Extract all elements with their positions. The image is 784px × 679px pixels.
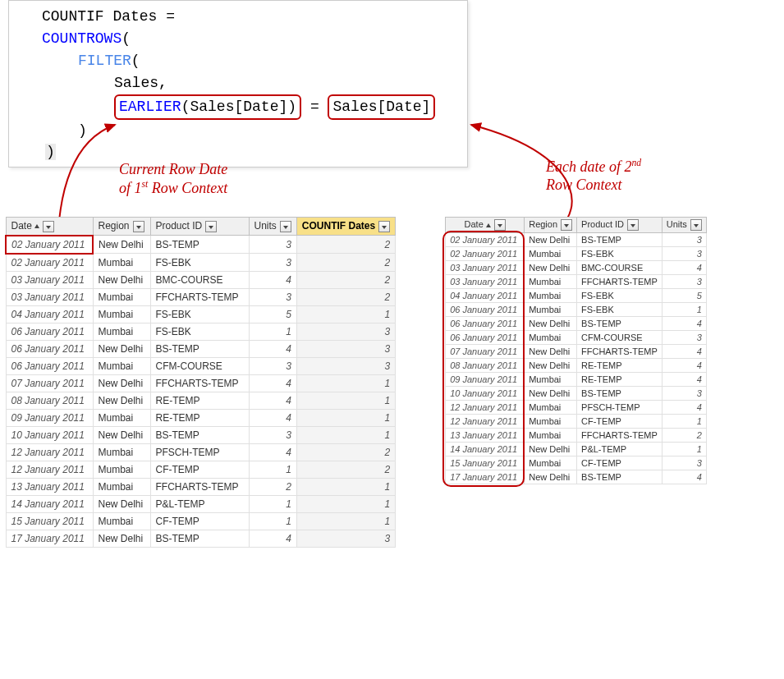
cell-date[interactable]: 13 January 2011 bbox=[446, 429, 525, 443]
cell-product[interactable]: FFCHARTS-TEMP bbox=[577, 345, 663, 359]
cell-date[interactable]: 12 January 2011 bbox=[446, 415, 525, 429]
table-row[interactable]: 02 January 2011MumbaiFS-EBK3 bbox=[446, 247, 707, 261]
cell-region[interactable]: Mumbai bbox=[525, 415, 577, 429]
table-row[interactable]: 03 January 2011New DelhiBMC-COURSE42 bbox=[6, 271, 396, 288]
cell-product[interactable]: RE-TEMP bbox=[150, 409, 249, 426]
cell-units[interactable]: 1 bbox=[249, 323, 296, 340]
cell-units[interactable]: 2 bbox=[662, 429, 706, 443]
cell-date[interactable]: 02 January 2011 bbox=[6, 254, 93, 272]
cell-product[interactable]: CFM-COURSE bbox=[150, 357, 249, 374]
cell-units[interactable]: 3 bbox=[662, 456, 706, 470]
cell-region[interactable]: Mumbai bbox=[93, 305, 150, 323]
cell-product[interactable]: CF-TEMP bbox=[150, 512, 249, 530]
cell-date[interactable]: 08 January 2011 bbox=[6, 392, 93, 409]
cell-product[interactable]: BS-TEMP bbox=[150, 426, 249, 443]
cell-date[interactable]: 12 January 2011 bbox=[446, 401, 525, 415]
cell-region[interactable]: Mumbai bbox=[93, 323, 150, 340]
cell-product[interactable]: FS-EBK bbox=[577, 289, 663, 303]
cell-product[interactable]: FFCHARTS-TEMP bbox=[577, 429, 663, 443]
cell-product[interactable]: CF-TEMP bbox=[577, 456, 663, 470]
cell-region[interactable]: Mumbai bbox=[93, 357, 150, 374]
cell-region[interactable]: New Delhi bbox=[93, 271, 150, 288]
table-row[interactable]: 12 January 2011MumbaiPFSCH-TEMP42 bbox=[6, 443, 396, 461]
cell-countif[interactable]: 2 bbox=[296, 254, 395, 272]
cell-region[interactable]: Mumbai bbox=[525, 373, 577, 387]
cell-date[interactable]: 03 January 2011 bbox=[6, 288, 93, 305]
table-row[interactable]: 09 January 2011MumbaiRE-TEMP41 bbox=[6, 409, 396, 426]
table-row[interactable]: 04 January 2011MumbaiFS-EBK5 bbox=[446, 289, 707, 303]
cell-product[interactable]: BS-TEMP bbox=[150, 236, 249, 254]
cell-countif[interactable]: 3 bbox=[296, 323, 395, 340]
cell-units[interactable]: 1 bbox=[249, 512, 296, 530]
cell-units[interactable]: 1 bbox=[249, 461, 296, 478]
cell-region[interactable]: Mumbai bbox=[93, 288, 150, 305]
cell-product[interactable]: FS-EBK bbox=[577, 247, 663, 261]
cell-product[interactable]: CF-TEMP bbox=[577, 415, 663, 429]
cell-product[interactable]: RE-TEMP bbox=[577, 359, 663, 373]
cell-region[interactable]: New Delhi bbox=[525, 359, 577, 373]
cell-units[interactable]: 4 bbox=[249, 340, 296, 357]
table-row[interactable]: 03 January 2011MumbaiFFCHARTS-TEMP3 bbox=[446, 275, 707, 289]
cell-region[interactable]: Mumbai bbox=[525, 303, 577, 317]
table-row[interactable]: 17 January 2011New DelhiBS-TEMP4 bbox=[446, 470, 707, 484]
table-row[interactable]: 02 January 2011New DelhiBS-TEMP32 bbox=[6, 236, 396, 254]
cell-units[interactable]: 3 bbox=[249, 254, 296, 272]
cell-countif[interactable]: 1 bbox=[296, 495, 395, 512]
cell-units[interactable]: 4 bbox=[662, 401, 706, 415]
cell-units[interactable]: 4 bbox=[249, 443, 296, 461]
cell-date[interactable]: 03 January 2011 bbox=[446, 261, 525, 275]
cell-units[interactable]: 5 bbox=[662, 289, 706, 303]
cell-countif[interactable]: 2 bbox=[296, 288, 395, 305]
cell-date[interactable]: 04 January 2011 bbox=[446, 289, 525, 303]
table-row[interactable]: 10 January 2011New DelhiBS-TEMP31 bbox=[6, 426, 396, 443]
cell-date[interactable]: 06 January 2011 bbox=[446, 331, 525, 345]
rh-date[interactable]: Date bbox=[446, 218, 525, 233]
cell-units[interactable]: 3 bbox=[662, 233, 706, 247]
cell-region[interactable]: New Delhi bbox=[525, 345, 577, 359]
table-row[interactable]: 15 January 2011MumbaiCF-TEMP3 bbox=[446, 456, 707, 470]
cell-units[interactable]: 4 bbox=[249, 271, 296, 288]
cell-date[interactable]: 02 January 2011 bbox=[446, 247, 525, 261]
lh-date[interactable]: Date bbox=[6, 218, 93, 236]
lh-product[interactable]: Product ID bbox=[150, 218, 249, 236]
cell-product[interactable]: FS-EBK bbox=[150, 254, 249, 272]
cell-units[interactable]: 4 bbox=[662, 470, 706, 484]
cell-units[interactable]: 4 bbox=[249, 409, 296, 426]
table-row[interactable]: 07 January 2011New DelhiFFCHARTS-TEMP4 bbox=[446, 345, 707, 359]
cell-product[interactable]: PFSCH-TEMP bbox=[150, 443, 249, 461]
cell-product[interactable]: BS-TEMP bbox=[150, 340, 249, 357]
cell-units[interactable]: 3 bbox=[662, 387, 706, 401]
cell-units[interactable]: 3 bbox=[662, 275, 706, 289]
table-row[interactable]: 12 January 2011MumbaiPFSCH-TEMP4 bbox=[446, 401, 707, 415]
table-row[interactable]: 09 January 2011MumbaiRE-TEMP4 bbox=[446, 373, 707, 387]
table-row[interactable]: 07 January 2011New DelhiFFCHARTS-TEMP41 bbox=[6, 374, 396, 392]
cell-product[interactable]: FFCHARTS-TEMP bbox=[150, 288, 249, 305]
filter-icon[interactable] bbox=[133, 221, 144, 232]
cell-units[interactable]: 1 bbox=[662, 443, 706, 456]
table-row[interactable]: 08 January 2011New DelhiRE-TEMP41 bbox=[6, 392, 396, 409]
table-row[interactable]: 02 January 2011New DelhiBS-TEMP3 bbox=[446, 233, 707, 247]
cell-units[interactable]: 4 bbox=[249, 530, 296, 547]
cell-units[interactable]: 1 bbox=[249, 495, 296, 512]
cell-units[interactable]: 4 bbox=[662, 373, 706, 387]
filter-icon[interactable] bbox=[280, 221, 291, 232]
cell-units[interactable]: 4 bbox=[249, 374, 296, 392]
rh-units[interactable]: Units bbox=[662, 218, 706, 233]
cell-region[interactable]: Mumbai bbox=[525, 289, 577, 303]
cell-product[interactable]: FFCHARTS-TEMP bbox=[150, 478, 249, 495]
cell-date[interactable]: 03 January 2011 bbox=[446, 275, 525, 289]
filter-icon[interactable] bbox=[561, 219, 572, 231]
cell-region[interactable]: Mumbai bbox=[93, 478, 150, 495]
cell-countif[interactable]: 2 bbox=[296, 461, 395, 478]
cell-countif[interactable]: 1 bbox=[296, 305, 395, 323]
cell-date[interactable]: 03 January 2011 bbox=[6, 271, 93, 288]
filter-icon[interactable] bbox=[627, 219, 639, 231]
cell-region[interactable]: New Delhi bbox=[525, 261, 577, 275]
cell-product[interactable]: FFCHARTS-TEMP bbox=[150, 374, 249, 392]
lh-units[interactable]: Units bbox=[249, 218, 296, 236]
cell-product[interactable]: RE-TEMP bbox=[577, 373, 663, 387]
cell-product[interactable]: RE-TEMP bbox=[150, 392, 249, 409]
cell-product[interactable]: P&L-TEMP bbox=[577, 443, 663, 456]
cell-countif[interactable]: 1 bbox=[296, 409, 395, 426]
cell-product[interactable]: BMC-COURSE bbox=[150, 271, 249, 288]
